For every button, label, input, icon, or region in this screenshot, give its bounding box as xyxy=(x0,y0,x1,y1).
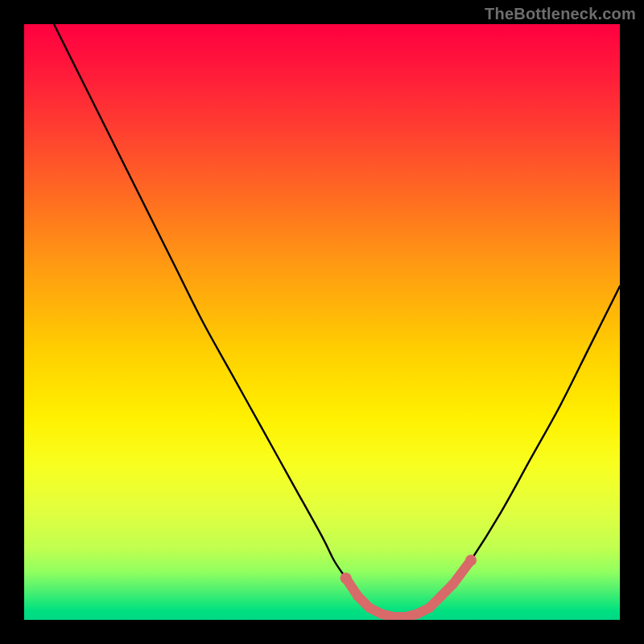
valley-marker-dot xyxy=(424,603,434,613)
valley-marker-dot xyxy=(412,609,422,619)
valley-marker-dot xyxy=(377,609,386,619)
valley-marker-dot xyxy=(365,603,374,613)
plot-area xyxy=(24,24,620,620)
chart-frame: TheBottleneck.com xyxy=(0,0,644,644)
valley-markers xyxy=(341,555,477,620)
curve-layer xyxy=(24,24,620,620)
valley-marker-dot xyxy=(436,591,446,601)
valley-marker-dot xyxy=(341,572,352,584)
valley-marker-dot xyxy=(448,580,458,589)
watermark-text: TheBottleneck.com xyxy=(485,5,636,23)
bottleneck-curve xyxy=(54,24,620,617)
valley-marker-dot xyxy=(465,555,477,566)
valley-marker-dot xyxy=(353,591,362,601)
